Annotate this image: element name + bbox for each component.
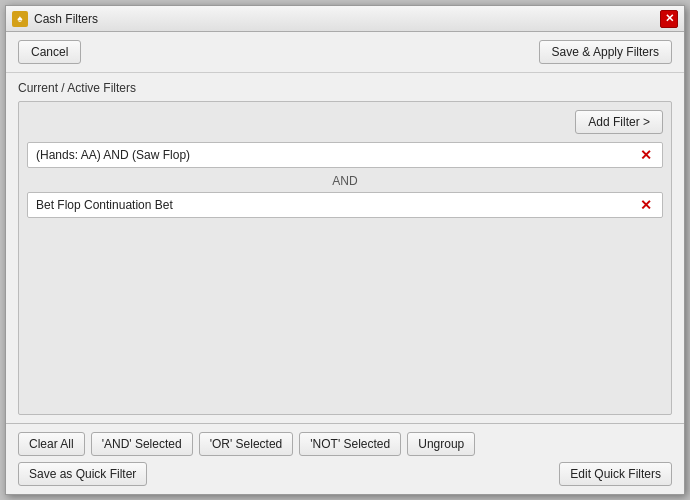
filter-operator: AND — [27, 170, 663, 192]
add-filter-row: Add Filter > — [27, 110, 663, 134]
filter-text-1: (Hands: AA) AND (Saw Flop) — [36, 148, 638, 162]
filter-row: (Hands: AA) AND (Saw Flop) ✕ — [27, 142, 663, 168]
cancel-button[interactable]: Cancel — [18, 40, 81, 64]
bottom-row-1: Clear All 'AND' Selected 'OR' Selected '… — [18, 432, 672, 456]
title-bar-left: ♠ Cash Filters — [12, 11, 98, 27]
toolbar: Cancel Save & Apply Filters — [6, 32, 684, 73]
content-area: Current / Active Filters Add Filter > (H… — [6, 73, 684, 423]
bottom-row-2: Save as Quick Filter Edit Quick Filters — [18, 462, 672, 486]
bottom-bar: Clear All 'AND' Selected 'OR' Selected '… — [6, 423, 684, 494]
filter-text-2: Bet Flop Continuation Bet — [36, 198, 638, 212]
main-window: ♠ Cash Filters ✕ Cancel Save & Apply Fil… — [5, 5, 685, 495]
save-quick-filter-button[interactable]: Save as Quick Filter — [18, 462, 147, 486]
save-apply-button[interactable]: Save & Apply Filters — [539, 40, 672, 64]
clear-all-button[interactable]: Clear All — [18, 432, 85, 456]
and-selected-button[interactable]: 'AND' Selected — [91, 432, 193, 456]
window-icon: ♠ — [12, 11, 28, 27]
close-button[interactable]: ✕ — [660, 10, 678, 28]
filter-remove-2[interactable]: ✕ — [638, 198, 654, 212]
window-title: Cash Filters — [34, 12, 98, 26]
ungroup-button[interactable]: Ungroup — [407, 432, 475, 456]
filter-area: Add Filter > (Hands: AA) AND (Saw Flop) … — [18, 101, 672, 415]
section-label: Current / Active Filters — [18, 81, 672, 95]
not-selected-button[interactable]: 'NOT' Selected — [299, 432, 401, 456]
title-bar: ♠ Cash Filters ✕ — [6, 6, 684, 32]
add-filter-button[interactable]: Add Filter > — [575, 110, 663, 134]
or-selected-button[interactable]: 'OR' Selected — [199, 432, 294, 456]
filter-remove-1[interactable]: ✕ — [638, 148, 654, 162]
edit-quick-filters-button[interactable]: Edit Quick Filters — [559, 462, 672, 486]
filter-row: Bet Flop Continuation Bet ✕ — [27, 192, 663, 218]
